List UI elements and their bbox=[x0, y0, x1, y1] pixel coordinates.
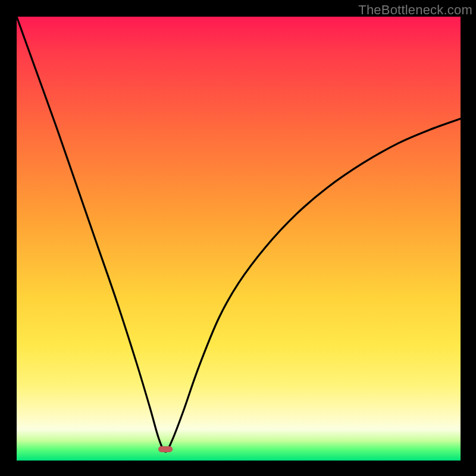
optimum-marker bbox=[158, 446, 173, 452]
plot-area bbox=[17, 17, 461, 461]
bottleneck-curve bbox=[17, 17, 461, 461]
outer-frame: TheBottleneck.com bbox=[0, 0, 476, 476]
watermark-text: TheBottleneck.com bbox=[358, 2, 472, 18]
